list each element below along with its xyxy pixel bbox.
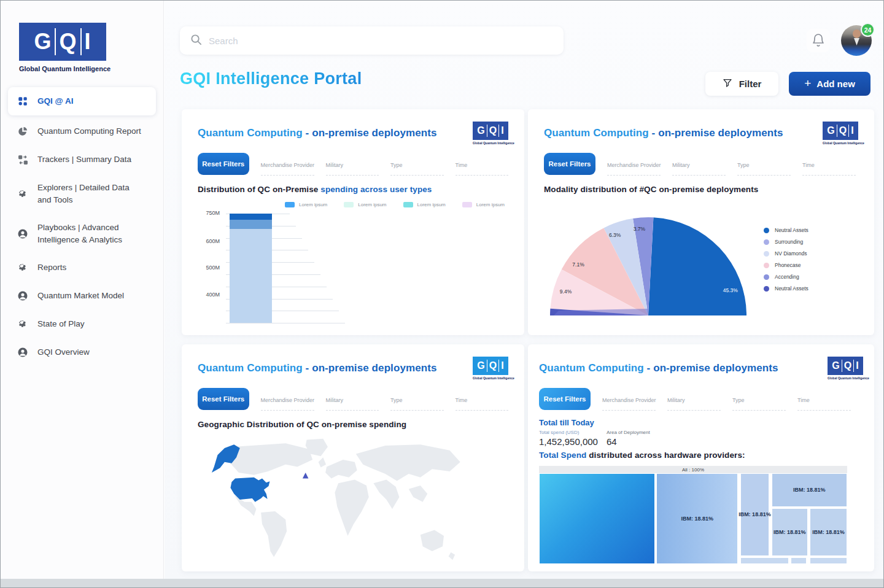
search-bar[interactable]: [180, 26, 564, 55]
world-map: [198, 435, 508, 578]
sidebar-item-gqi-overview[interactable]: GQI Overview: [8, 340, 156, 365]
legend-swatch: [285, 202, 295, 207]
chart-subtitle: Geographic Distribution of QC on-premise…: [198, 420, 508, 429]
card-title: Quantum Computing - on-premise deploymen…: [539, 362, 778, 374]
map-india: [373, 479, 399, 509]
pie-icon: [17, 125, 29, 137]
card-title: Quantum Computing - on-premise deploymen…: [544, 127, 783, 139]
filter-row: Reset Filters Merchandise Provider Milit…: [198, 388, 508, 411]
legend-swatch: [344, 202, 354, 207]
filter-time[interactable]: Time: [802, 153, 856, 176]
chart-subtitle: Modality distribution of #QC on-premise …: [544, 185, 858, 194]
gear-icon: [17, 261, 29, 274]
filter-button[interactable]: Filter: [705, 72, 778, 96]
treemap-node[interactable]: IBM: 18.81%: [772, 508, 808, 556]
legend-label: Neutral Assets: [775, 285, 808, 292]
map-australia: [421, 530, 444, 551]
area-of-deployment-label: Area of Deployment: [607, 430, 650, 435]
sidebar-item-label: Quantum Market Model: [37, 290, 143, 302]
legend-item: Neutral Assets: [764, 227, 808, 233]
sidebar-item-reports[interactable]: Reports: [8, 255, 156, 280]
reset-filters-button[interactable]: Reset Filters: [539, 388, 591, 410]
sidebar-item-playbooks-advanced-intelligence-analytics[interactable]: Playbooks | Advanced Intelligence & Anal…: [8, 215, 156, 252]
legend-label: Accending: [775, 274, 799, 280]
legend-swatch: [764, 239, 769, 245]
sidebar-item-label: GQI Overview: [37, 346, 143, 358]
card-title: Quantum Computing - on-premise deploymen…: [198, 127, 437, 139]
legend-swatch: [764, 263, 769, 268]
transfer-icon: [17, 153, 29, 166]
person-icon: [17, 228, 29, 240]
y-axis-tick: 500M: [201, 265, 220, 271]
treemap-node[interactable]: IBM: 18.81%: [740, 473, 769, 556]
bottom-scrollbar[interactable]: [1, 579, 883, 587]
card-title: Quantum Computing - on-premise deploymen…: [198, 362, 437, 374]
logo-letter-g: G: [34, 29, 52, 55]
treemap-node[interactable]: [539, 473, 655, 564]
filter-type[interactable]: Type: [737, 153, 791, 176]
filter-merchandise-provider[interactable]: Merchandise Provider: [261, 388, 314, 411]
gqi-portal-page: { "brand": { "logo_letters": ["G","Q","I…: [0, 0, 884, 588]
treemap-node[interactable]: [791, 557, 807, 564]
legend-label: Neutral Assets: [775, 227, 808, 233]
sidebar-item-label: Reports: [37, 261, 143, 274]
total-spend-value: 1,452,950,000: [539, 436, 607, 447]
stacked-bar[interactable]: [230, 214, 272, 323]
pie-slice-label: 45.3%: [723, 287, 739, 293]
filter-military[interactable]: Military: [667, 388, 721, 411]
sidebar-item-trackers-summary-data[interactable]: Trackers | Summary Data: [8, 147, 156, 172]
pie-slice-label: 3.7%: [634, 226, 646, 232]
filter-type[interactable]: Type: [390, 153, 444, 176]
person-icon: [17, 346, 29, 358]
treemap-node[interactable]: [810, 557, 847, 564]
filter-row: Reset Filters Merchandise Provider Milit…: [539, 388, 863, 411]
filter-merchandise-provider[interactable]: Merchandise Provider: [261, 153, 314, 176]
treemap-node[interactable]: IBM: 18.81%: [772, 473, 847, 507]
filter-military[interactable]: Military: [672, 153, 726, 176]
notification-bell-icon[interactable]: [807, 29, 830, 52]
reset-filters-button[interactable]: Reset Filters: [544, 153, 595, 175]
legend-swatch: [764, 274, 769, 280]
sidebar-item-quantum-computing-report[interactable]: Quantum Computing Report: [8, 119, 156, 144]
search-input[interactable]: [209, 36, 553, 46]
filter-merchandise-provider[interactable]: Merchandise Provider: [602, 388, 656, 411]
treemap-node[interactable]: IBM: 18.81%: [810, 508, 847, 556]
filter-time[interactable]: Time: [456, 388, 509, 411]
sidebar-item-state-of-play[interactable]: State of Play: [8, 312, 156, 336]
sidebar-item-explorers-detailed-data-and-tools[interactable]: Explorers | Detailed Data and Tools: [8, 176, 156, 212]
add-new-button[interactable]: + Add new: [789, 72, 870, 96]
pie-slice-label: 7.1%: [572, 261, 584, 268]
avatar[interactable]: 24: [841, 25, 872, 56]
y-axis-tick: 400M: [201, 292, 220, 298]
y-axis-tick: 600M: [201, 238, 220, 244]
card-geographic-distribution: Quantum Computing - on-premise deploymen…: [182, 344, 524, 571]
legend-label: Surrounding: [775, 239, 803, 245]
filter-military[interactable]: Military: [326, 153, 379, 176]
treemap-node-label: IBM: 18.81%: [774, 529, 806, 535]
treemap-node[interactable]: IBM: 18.81%: [656, 473, 738, 564]
chart-subtitle: Total Spend distributed across hardware …: [539, 451, 863, 460]
pie-slice[interactable]: [648, 217, 746, 315]
legend-swatch: [764, 251, 769, 257]
filter-time[interactable]: Time: [456, 153, 509, 176]
filter-type[interactable]: Type: [390, 388, 444, 411]
filter-military[interactable]: Military: [326, 388, 379, 411]
y-axis-tick: 750M: [201, 210, 220, 216]
filter-merchandise-provider[interactable]: Merchandise Provider: [607, 153, 661, 176]
treemap-node[interactable]: [740, 557, 789, 564]
chart-subtitle: Distribution of QC on-Premise spending a…: [198, 185, 508, 194]
filter-type[interactable]: Type: [732, 388, 786, 411]
reset-filters-button[interactable]: Reset Filters: [198, 388, 249, 410]
reset-filters-button[interactable]: Reset Filters: [198, 153, 249, 175]
sidebar-item-gqi-at-ai[interactable]: GQI @ AI: [8, 87, 156, 115]
total-spend-label: Total spend (USD): [539, 430, 607, 435]
sidebar-item-label: GQI @ AI: [37, 95, 143, 107]
pie-slice-label: 9.4%: [560, 288, 572, 295]
filter-time[interactable]: Time: [797, 388, 851, 411]
sidebar-item-quantum-market-model[interactable]: Quantum Market Model: [8, 284, 156, 308]
legend-item: Lorem ipsum: [344, 202, 386, 207]
treemap-node-label: IBM: 18.81%: [681, 516, 713, 522]
person-icon: [17, 290, 29, 302]
legend-label: Lorem ipsum: [476, 202, 505, 207]
gear-icon: [17, 188, 29, 200]
